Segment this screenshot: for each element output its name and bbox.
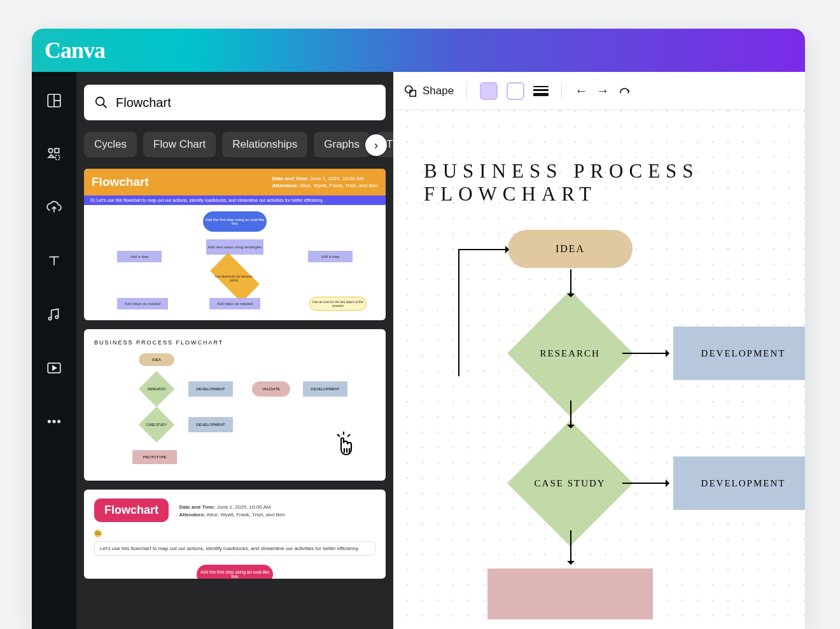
shape-icon xyxy=(403,84,417,98)
shape-label: Shape xyxy=(423,85,454,97)
chip-flow-chart[interactable]: Flow Chart xyxy=(143,132,216,157)
node-prototype[interactable] xyxy=(487,569,653,619)
side-panel: Cycles Flow Chart Relationships Graphs T… xyxy=(76,72,393,629)
t1-meta: Date and Time: June 1, 2025, 10:00 AMAtt… xyxy=(272,175,378,189)
arrow-left-icon[interactable]: ← xyxy=(575,83,587,98)
chip-graphs[interactable]: Graphs xyxy=(314,132,370,157)
line-weight-icon[interactable] xyxy=(533,86,549,96)
audio-icon[interactable] xyxy=(45,305,64,324)
shape-tool[interactable]: Shape xyxy=(403,84,454,98)
svg-line-14 xyxy=(337,434,340,437)
t1-diamond: Use diamonds for decision points xyxy=(210,253,260,302)
node-research[interactable]: RESEARCH xyxy=(507,290,633,416)
search-box[interactable] xyxy=(84,85,386,120)
video-icon[interactable] xyxy=(45,358,64,378)
t2-prototype: PROTOTYPE xyxy=(132,450,177,464)
t3-oval: Add the first step using an oval like th… xyxy=(197,565,273,579)
t3-meta: Date and Time: June 1, 2025, 10:00 AMAtt… xyxy=(179,504,284,519)
template-card-3[interactable]: Flowchart Date and Time: June 1, 2025, 1… xyxy=(84,490,386,579)
search-input[interactable] xyxy=(116,95,375,110)
workspace: Cycles Flow Chart Relationships Graphs T… xyxy=(32,72,805,629)
pointer-cursor-icon xyxy=(332,430,358,464)
svg-line-15 xyxy=(347,434,350,437)
t2-validate: VALIDATE xyxy=(252,381,290,397)
text-icon[interactable] xyxy=(45,251,64,271)
t1-rect2: Add a step xyxy=(117,251,162,262)
arrow-right-icon[interactable]: → xyxy=(596,83,609,98)
connector xyxy=(570,400,571,426)
elements-icon[interactable] xyxy=(45,145,64,164)
template-card-2[interactable]: BUSINESS PROCESS FLOWCHART IDEA RESEARCH… xyxy=(84,329,386,481)
connector xyxy=(458,249,507,250)
svg-rect-20 xyxy=(410,90,416,96)
t1-oval2: Use an oval for the last step/s of the p… xyxy=(309,297,367,311)
canvas-body[interactable]: BUSINESS PROCESS FLOWCHART IDEA RESEARCH… xyxy=(393,110,805,629)
t1-rect4: Add steps as needed xyxy=(117,298,168,309)
chip-scroll-right[interactable]: › xyxy=(365,134,387,156)
chip-relationships[interactable]: Relationships xyxy=(222,132,307,157)
t2-dev3: DEVELOPMENT xyxy=(303,381,347,397)
svg-point-8 xyxy=(48,420,50,422)
svg-rect-4 xyxy=(55,148,59,153)
t1-rect1: Add next steps using rectangles xyxy=(206,239,263,255)
svg-point-19 xyxy=(405,85,412,92)
node-dev2[interactable]: DEVELOPMENT xyxy=(673,456,805,510)
t2-casestudy: CASE STUDY xyxy=(139,407,175,443)
chip-row: Cycles Flow Chart Relationships Graphs T… xyxy=(84,132,386,157)
t2-dev1: DEVELOPMENT xyxy=(188,381,233,397)
svg-point-6 xyxy=(55,316,58,318)
t3-dot: 01 xyxy=(94,530,102,537)
t1-rect5: Add steps as needed xyxy=(209,298,260,309)
svg-point-5 xyxy=(48,317,51,320)
node-dev1[interactable]: DEVELOPMENT xyxy=(673,327,805,380)
t2-idea: IDEA xyxy=(139,353,174,366)
uploads-icon[interactable] xyxy=(45,198,64,217)
t1-rect3: Add a step xyxy=(308,251,353,262)
t2-area: IDEA RESEARCH CASE STUDY DEVELOPMENT DEV… xyxy=(94,353,375,474)
title-bar: Canva xyxy=(32,29,805,72)
t3-badge: Flowchart xyxy=(94,498,169,522)
t1-oval: Add the first step using an oval like th… xyxy=(203,211,267,232)
svg-point-9 xyxy=(53,420,55,422)
t2-dev2: DEVELOPMENT xyxy=(188,417,233,432)
t2-research: RESEARCH xyxy=(139,371,175,407)
svg-point-3 xyxy=(48,148,53,153)
connector xyxy=(622,483,667,484)
search-icon xyxy=(94,95,108,110)
curve-arrow-icon[interactable] xyxy=(618,83,632,99)
connector xyxy=(622,353,667,354)
node-idea[interactable]: IDEA xyxy=(508,230,633,268)
template-list: Flowchart Date and Time: June 1, 2025, 1… xyxy=(84,169,386,579)
connector xyxy=(458,249,459,376)
t3-strip: Let's use this flowchart to map out our … xyxy=(94,541,375,556)
canva-logo: Canva xyxy=(45,37,105,64)
tool-rail xyxy=(32,72,76,629)
connector xyxy=(570,269,571,295)
more-icon[interactable] xyxy=(45,412,64,431)
node-casestudy[interactable]: CASE STUDY xyxy=(507,420,633,546)
connector xyxy=(570,530,571,562)
svg-point-10 xyxy=(58,420,60,422)
canvas-title: BUSINESS PROCESS FLOWCHART xyxy=(424,160,805,206)
t2-title: BUSINESS PROCESS FLOWCHART xyxy=(94,339,375,346)
toolbar-separator xyxy=(466,82,467,100)
t1-body: Add the first step using an oval like th… xyxy=(84,205,386,320)
toolbar-separator xyxy=(561,82,562,100)
fill-color-swatch[interactable] xyxy=(480,82,498,100)
t1-strip: 01 Let's use this flowchart to map out o… xyxy=(84,195,386,205)
outline-color-swatch[interactable] xyxy=(507,82,524,100)
svg-point-11 xyxy=(96,97,104,106)
chip-cycles[interactable]: Cycles xyxy=(84,132,137,157)
templates-icon[interactable] xyxy=(45,91,64,110)
app-window: Canva Cycles Flow Chart Relationships Gr… xyxy=(32,29,805,629)
canvas-area: Shape ← → BUSINESS PROCESS FLOWCHART IDE… xyxy=(393,72,805,629)
template-card-1[interactable]: Flowchart Date and Time: June 1, 2025, 1… xyxy=(84,169,386,320)
svg-line-12 xyxy=(103,104,107,108)
canvas-toolbar: Shape ← → xyxy=(393,72,805,110)
t1-title: Flowchart xyxy=(92,175,149,189)
